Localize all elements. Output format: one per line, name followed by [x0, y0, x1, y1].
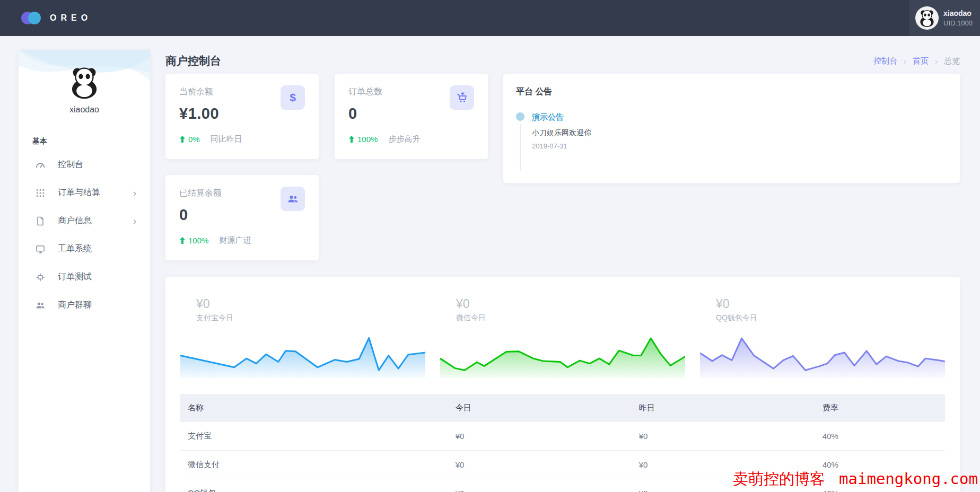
sidebar-item-order-test[interactable]: 订单测试: [19, 263, 150, 291]
sidebar-item-ticket-system[interactable]: 工单系统: [19, 235, 150, 263]
breadcrumb-current: 总览: [944, 56, 960, 66]
trend-note: 财源广进: [219, 235, 251, 245]
people-icon: [34, 300, 46, 311]
cell-today: ¥0: [448, 422, 632, 451]
cart-plus-icon: [450, 85, 474, 110]
cell-channel: QQ钱包: [180, 479, 448, 492]
sidebar-item-label: 商户信息: [58, 215, 92, 226]
column-header-name: 名称: [180, 394, 448, 422]
cell-channel: 微信支付: [180, 451, 448, 479]
dashboard-icon: [34, 159, 46, 171]
user-avatar[interactable]: [915, 6, 939, 30]
arrow-up-icon: [179, 136, 186, 143]
spark-value: ¥0: [456, 297, 685, 311]
trend-note: 同比昨日: [211, 134, 242, 144]
spark-value: ¥0: [716, 297, 945, 311]
table-row: 支付宝 ¥0 ¥0 40%: [180, 422, 945, 451]
breadcrumb-separator: ›: [904, 57, 906, 66]
sidebar-section-label: 基本: [32, 137, 150, 146]
panda-avatar-icon: [917, 8, 937, 28]
sidebar-item-label: 商户群聊: [58, 300, 92, 311]
announcement-panel: 平台 公告 演示公告 小刀娱乐网欢迎你 2019-07-31: [503, 74, 960, 183]
wechat-sparkline-chart: [440, 331, 685, 378]
trend-percent: 100%: [188, 236, 208, 245]
cell-today: ¥0: [448, 451, 632, 479]
announcement-item: 演示公告 小刀娱乐网欢迎你 2019-07-31: [516, 112, 947, 150]
spark-label: 支付宝今日: [196, 313, 425, 323]
user-uid: UID:1000: [943, 19, 973, 28]
top-navbar: OREO xiaodao UID:1000: [0, 0, 980, 36]
qq-sparkline-chart: [700, 331, 945, 378]
breadcrumb-separator: ›: [935, 57, 938, 66]
sidebar-item-dashboard[interactable]: 控制台: [19, 151, 150, 179]
user-name: xiaodao: [943, 8, 973, 19]
watermark-text-cn: 卖萌控的博客: [733, 469, 825, 490]
announcement-date: 2019-07-31: [532, 142, 947, 150]
spark-column-wechat: ¥0 微信今日: [440, 289, 685, 378]
page-title: 商户控制台: [165, 54, 221, 68]
watermark-text-en: maimengkong.com: [839, 470, 978, 488]
trend-percent: 100%: [357, 135, 378, 144]
stats-chart-card: ¥0 支付宝今日 ¥0 微信今日: [165, 277, 960, 492]
user-menu[interactable]: xiaodao UID:1000: [909, 0, 980, 36]
chevron-right-icon: ›: [133, 188, 136, 198]
sidebar-item-merchant-chat[interactable]: 商户群聊: [19, 291, 150, 319]
spark-column-qq: ¥0 QQ钱包今日: [700, 289, 945, 378]
grid-dots-icon: [34, 187, 46, 199]
monitor-icon: [34, 243, 46, 255]
people-icon: [281, 187, 305, 211]
cell-rate: 40%: [815, 422, 945, 451]
announcement-link[interactable]: 演示公告: [532, 112, 947, 122]
column-header-rate: 费率: [815, 394, 945, 422]
sidebar-item-label: 控制台: [58, 159, 83, 170]
spark-label: 微信今日: [456, 313, 685, 323]
trend-percent: 0%: [188, 135, 200, 144]
sidebar-item-label: 订单测试: [58, 271, 92, 283]
arrow-up-icon: [179, 237, 186, 244]
column-header-yesterday: 昨日: [632, 394, 815, 422]
spark-label: QQ钱包今日: [716, 313, 945, 323]
cell-channel: 支付宝: [180, 422, 448, 451]
sidebar-item-merchant-info[interactable]: 商户信息 ›: [19, 207, 150, 235]
stat-card-orders: 订单总数 0 100% 步步高升: [335, 74, 488, 159]
stat-card-settled: 已结算余额 0 100% 财源广进: [165, 175, 319, 260]
timeline-dot-icon: [516, 112, 524, 121]
profile-avatar[interactable]: [67, 65, 102, 100]
sidebar-item-label: 工单系统: [58, 243, 92, 254]
dollar-icon: $: [281, 85, 305, 110]
document-icon: [34, 215, 46, 227]
sidebar-item-label: 订单与结算: [58, 187, 100, 198]
announcement-title: 平台 公告: [516, 86, 947, 98]
brand-logo: OREO: [21, 11, 92, 25]
chevron-right-icon: ›: [133, 216, 136, 226]
cell-today: ¥0: [448, 479, 632, 492]
stat-card-balance: 当前余额 $ ¥1.00 0% 同比昨日: [165, 74, 319, 159]
spark-column-alipay: ¥0 支付宝今日: [180, 289, 425, 378]
arrow-up-icon: [348, 136, 355, 143]
main-content: 商户控制台 控制台 › 首页 › 总览 当前余额 $ ¥1.00 0% 同比昨日…: [165, 50, 960, 72]
breadcrumb-home[interactable]: 首页: [913, 56, 929, 66]
announcement-content: 小刀娱乐网欢迎你: [532, 128, 947, 138]
watermark: 卖萌控的博客 maimengkong.com: [733, 469, 978, 490]
trend-note: 步步高升: [388, 134, 420, 144]
cell-yesterday: ¥0: [632, 422, 815, 451]
timeline-line: [520, 124, 521, 171]
brand-logo-text: OREO: [50, 13, 92, 23]
panda-avatar-icon: [67, 65, 102, 100]
column-header-today: 今日: [448, 394, 632, 422]
sidebar-item-orders-settlement[interactable]: 订单与结算 ›: [19, 179, 150, 207]
breadcrumb-console[interactable]: 控制台: [873, 56, 897, 66]
table-header-row: 名称 今日 昨日 费率: [180, 394, 945, 422]
sidebar: xiaodao 基本 控制台 订单与结算 › 商户信息 › 工单系统 订单测试: [19, 50, 150, 492]
brand-logo-icon: [21, 11, 43, 25]
alipay-sparkline-chart: [180, 331, 425, 378]
order-test-icon: [34, 271, 46, 283]
profile-name: xiaodao: [19, 105, 150, 115]
spark-value: ¥0: [196, 297, 425, 311]
breadcrumb: 控制台 › 首页 › 总览: [873, 56, 960, 66]
